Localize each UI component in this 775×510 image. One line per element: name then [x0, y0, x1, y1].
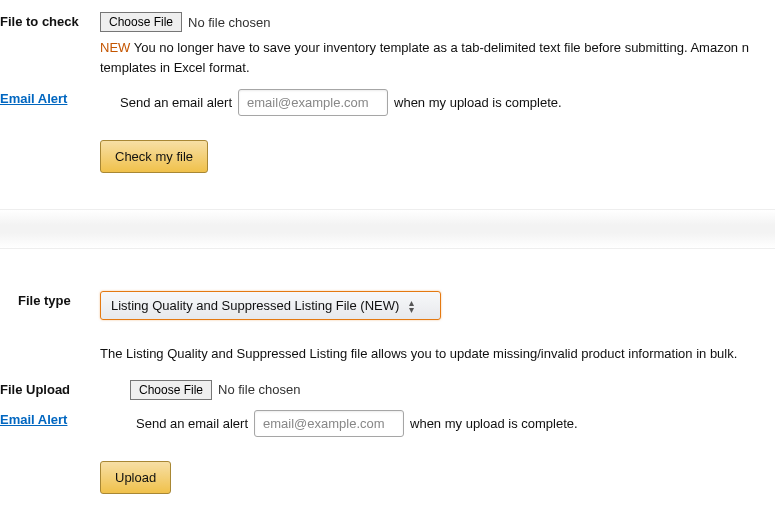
file-upload-label: File Upload [0, 378, 100, 397]
file-type-label: File type [0, 289, 100, 308]
choose-file-button[interactable]: Choose File [100, 12, 182, 32]
check-file-section: File to check Choose File No file chosen… [0, 0, 775, 199]
file-to-check-label: File to check [0, 10, 100, 29]
file-type-selected-value: Listing Quality and Suppressed Listing F… [111, 298, 399, 313]
no-file-chosen-text-upload: No file chosen [218, 382, 300, 397]
email-pre-text-upload: Send an email alert [136, 416, 248, 431]
new-tag: NEW [100, 40, 130, 55]
file-type-description: The Listing Quality and Suppressed Listi… [100, 346, 737, 361]
email-post-text-upload: when my upload is complete. [410, 416, 578, 431]
email-alert-link-upload[interactable]: Email Alert [0, 412, 67, 427]
section-divider [0, 209, 775, 249]
check-my-file-button[interactable]: Check my file [100, 140, 208, 173]
file-type-select[interactable]: Listing Quality and Suppressed Listing F… [100, 291, 441, 320]
email-pre-text: Send an email alert [120, 95, 232, 110]
select-arrows-icon: ▴▾ [409, 299, 414, 313]
upload-button[interactable]: Upload [100, 461, 171, 494]
upload-file-section: File type Listing Quality and Suppressed… [0, 279, 775, 510]
email-input[interactable] [238, 89, 388, 116]
new-feature-text: You no longer have to save your inventor… [100, 40, 749, 75]
email-post-text: when my upload is complete. [394, 95, 562, 110]
choose-file-button-upload[interactable]: Choose File [130, 380, 212, 400]
no-file-chosen-text: No file chosen [188, 15, 270, 30]
new-feature-message: NEW You no longer have to save your inve… [100, 38, 775, 77]
email-input-upload[interactable] [254, 410, 404, 437]
email-alert-link[interactable]: Email Alert [0, 91, 67, 106]
